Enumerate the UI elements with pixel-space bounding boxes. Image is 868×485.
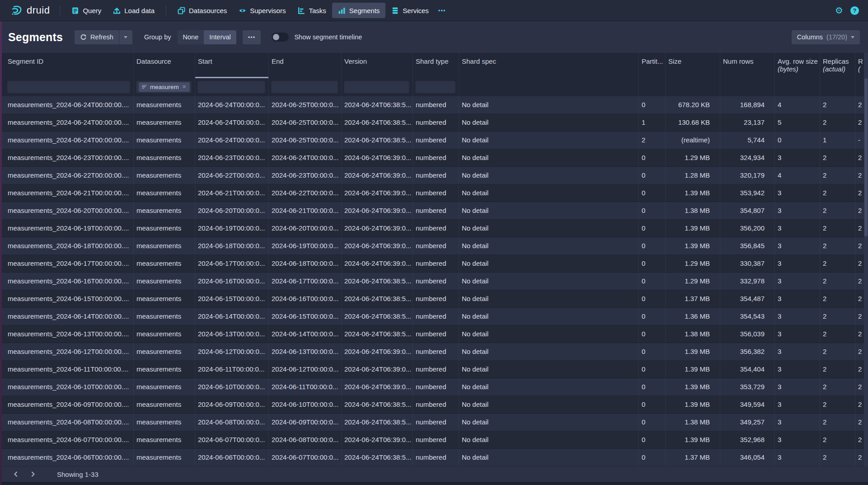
table-row[interactable]: measurements_2024-06-08T00:00:00....meas… bbox=[0, 414, 868, 431]
cell-replicas[interactable]: 2 bbox=[820, 396, 855, 413]
cell-start[interactable]: 2024-06-06T00:00:0... bbox=[195, 449, 268, 466]
cell-size[interactable]: 1.39 MB bbox=[665, 361, 720, 378]
table-row[interactable]: measurements_2024-06-24T00:00:00....meas… bbox=[0, 96, 868, 114]
cell-start[interactable]: 2024-06-11T00:00:0... bbox=[195, 361, 268, 378]
cell-id[interactable]: measurements_2024-06-21T00:00:00.... bbox=[5, 184, 133, 202]
refresh-interval-dropdown[interactable] bbox=[119, 30, 132, 44]
cell-id[interactable]: measurements_2024-06-11T00:00:00.... bbox=[5, 361, 133, 378]
cell-end[interactable]: 2024-06-18T00:00:0... bbox=[268, 255, 341, 272]
cell-size[interactable]: 1.39 MB bbox=[665, 396, 720, 413]
cell-size[interactable]: 1.39 MB bbox=[665, 220, 720, 237]
cell-start[interactable]: 2024-06-10T00:00:0... bbox=[195, 378, 268, 396]
cell-size[interactable]: 1.39 MB bbox=[665, 343, 720, 360]
cell-avg_row_size[interactable]: 3 bbox=[774, 343, 820, 360]
cell-size[interactable]: 1.29 MB bbox=[665, 255, 720, 272]
group-by-interval-button[interactable]: Interval bbox=[204, 30, 236, 44]
column-header-end[interactable]: End bbox=[268, 53, 341, 78]
cell-id[interactable]: measurements_2024-06-24T00:00:00.... bbox=[5, 96, 133, 113]
cell-shard_type[interactable]: numbered bbox=[413, 149, 459, 166]
cell-end[interactable]: 2024-06-10T00:00:0... bbox=[268, 396, 341, 413]
cell-shard_spec[interactable]: No detail bbox=[459, 361, 638, 378]
column-header-size[interactable]: Size bbox=[665, 53, 720, 78]
table-row[interactable]: measurements_2024-06-09T00:00:00....meas… bbox=[0, 396, 868, 414]
cell-partition[interactable]: 0 bbox=[638, 431, 665, 448]
cell-version[interactable]: 2024-06-24T06:39:0... bbox=[341, 431, 413, 448]
cell-end[interactable]: 2024-06-13T00:00:0... bbox=[268, 343, 341, 360]
table-row[interactable]: measurements_2024-06-18T00:00:00....meas… bbox=[0, 237, 868, 255]
cell-replicas[interactable]: 2 bbox=[820, 449, 855, 466]
cell-shard_spec[interactable]: No detail bbox=[459, 325, 638, 343]
column-header-partition[interactable]: Partit... bbox=[638, 53, 665, 78]
cell-shard_type[interactable]: numbered bbox=[413, 361, 459, 378]
cell-num_rows[interactable]: 356,039 bbox=[720, 325, 774, 343]
nav-item-tasks[interactable]: Tasks bbox=[291, 3, 332, 18]
cell-end[interactable]: 2024-06-25T00:00:0... bbox=[268, 132, 341, 149]
cell-avg_row_size[interactable]: 3 bbox=[774, 396, 820, 413]
cell-datasource[interactable]: measurements bbox=[133, 96, 195, 113]
cell-version[interactable]: 2024-06-24T06:39:0... bbox=[341, 220, 413, 237]
cell-num_rows[interactable]: 356,382 bbox=[720, 343, 774, 360]
cell-partition[interactable]: 0 bbox=[638, 167, 665, 184]
cell-start[interactable]: 2024-06-15T00:00:0... bbox=[195, 290, 268, 307]
columns-picker-button[interactable]: Columns (17/20) bbox=[792, 30, 860, 44]
cell-avg_row_size[interactable]: 4 bbox=[774, 96, 820, 113]
cell-replicas[interactable]: 2 bbox=[820, 184, 855, 202]
column-header-avg_row_size[interactable]: Avg. row size(bytes) bbox=[774, 53, 820, 78]
cell-start[interactable]: 2024-06-24T00:00:0... bbox=[195, 132, 268, 149]
cell-end[interactable]: 2024-06-21T00:00:0... bbox=[268, 202, 341, 219]
table-row[interactable]: measurements_2024-06-16T00:00:00....meas… bbox=[0, 273, 868, 290]
cell-size[interactable]: 1.37 MB bbox=[665, 290, 720, 307]
cell-datasource[interactable]: measurements bbox=[133, 132, 195, 149]
cell-size[interactable]: 1.39 MB bbox=[665, 237, 720, 254]
cell-shard_type[interactable]: numbered bbox=[413, 255, 459, 272]
cell-shard_spec[interactable]: No detail bbox=[459, 414, 638, 431]
datasource-filter-chip[interactable]: measurem✕ bbox=[139, 82, 190, 92]
cell-partition[interactable]: 0 bbox=[638, 308, 665, 325]
table-row[interactable]: measurements_2024-06-11T00:00:00....meas… bbox=[0, 361, 868, 378]
nav-more-button[interactable]: ••• bbox=[435, 7, 450, 14]
cell-version[interactable]: 2024-06-24T06:38:5... bbox=[341, 396, 413, 413]
cell-shard_type[interactable]: numbered bbox=[413, 273, 459, 290]
cell-shard_spec[interactable]: No detail bbox=[459, 396, 638, 413]
cell-id[interactable]: measurements_2024-06-14T00:00:00.... bbox=[5, 308, 133, 325]
nav-item-load-data[interactable]: Load data bbox=[107, 3, 160, 18]
cell-partition[interactable]: 0 bbox=[638, 414, 665, 431]
cell-replicas[interactable]: 2 bbox=[820, 343, 855, 360]
cell-avg_row_size[interactable]: 4 bbox=[774, 167, 820, 184]
cell-version[interactable]: 2024-06-24T06:38:5... bbox=[341, 96, 413, 113]
cell-replicas[interactable]: 2 bbox=[820, 220, 855, 237]
cell-num_rows[interactable]: 332,978 bbox=[720, 273, 774, 290]
cell-datasource[interactable]: measurements bbox=[133, 149, 195, 166]
cell-datasource[interactable]: measurements bbox=[133, 308, 195, 325]
cell-num_rows[interactable]: 356,200 bbox=[720, 220, 774, 237]
cell-partition[interactable]: 1 bbox=[638, 114, 665, 131]
cell-end[interactable]: 2024-06-16T00:00:0... bbox=[268, 290, 341, 307]
cell-num_rows[interactable]: 23,137 bbox=[720, 114, 774, 131]
cell-shard_spec[interactable]: No detail bbox=[459, 378, 638, 396]
nav-item-datasources[interactable]: Datasources bbox=[172, 3, 233, 18]
cell-shard_type[interactable]: numbered bbox=[413, 220, 459, 237]
cell-partition[interactable]: 0 bbox=[638, 343, 665, 360]
cell-datasource[interactable]: measurements bbox=[133, 273, 195, 290]
segment-timeline-toggle[interactable] bbox=[272, 33, 289, 42]
cell-partition[interactable]: 0 bbox=[638, 273, 665, 290]
cell-shard_type[interactable]: numbered bbox=[413, 290, 459, 307]
previous-page-button[interactable] bbox=[10, 468, 22, 480]
cell-id[interactable]: measurements_2024-06-24T00:00:00.... bbox=[5, 132, 133, 149]
cell-datasource[interactable]: measurements bbox=[133, 290, 195, 307]
cell-id[interactable]: measurements_2024-06-07T00:00:00.... bbox=[5, 431, 133, 448]
cell-start[interactable]: 2024-06-09T00:00:0... bbox=[195, 396, 268, 413]
cell-end[interactable]: 2024-06-22T00:00:0... bbox=[268, 184, 341, 202]
cell-datasource[interactable]: measurements bbox=[133, 449, 195, 466]
cell-datasource[interactable]: measurements bbox=[133, 396, 195, 413]
cell-shard_spec[interactable]: No detail bbox=[459, 273, 638, 290]
scrollbar-thumb[interactable] bbox=[864, 78, 868, 236]
cell-version[interactable]: 2024-06-24T06:38:5... bbox=[341, 290, 413, 307]
cell-start[interactable]: 2024-06-08T00:00:0... bbox=[195, 414, 268, 431]
cell-datasource[interactable]: measurements bbox=[133, 325, 195, 343]
cell-replicas[interactable]: 1 bbox=[820, 132, 855, 149]
cell-datasource[interactable]: measurements bbox=[133, 361, 195, 378]
cell-size[interactable]: 1.38 MB bbox=[665, 325, 720, 343]
cell-num_rows[interactable]: 352,968 bbox=[720, 431, 774, 448]
cell-version[interactable]: 2024-06-24T06:38:5... bbox=[341, 114, 413, 131]
